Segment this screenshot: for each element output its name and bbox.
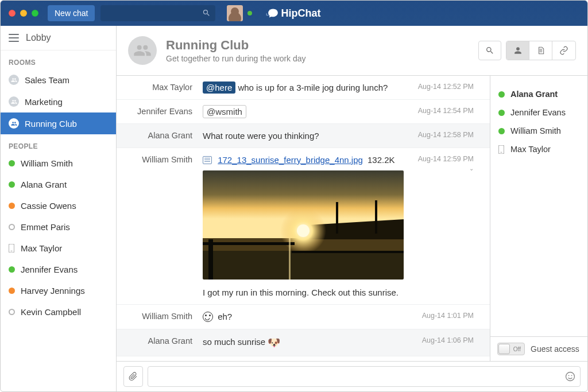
collapse-icon[interactable]: ⌄ [409, 165, 478, 172]
message-row: William Smith 172_13_sunrise_ferry_bridg… [117, 148, 490, 305]
sidebar-person-jennifer-evans[interactable]: Jennifer Evans [1, 259, 116, 280]
svg-rect-13 [208, 239, 213, 280]
participant-william-smith[interactable]: William Smith [498, 122, 579, 140]
message-author: Max Taylor [117, 83, 203, 92]
minimize-window-icon[interactable] [20, 10, 27, 17]
sidebar: Lobby ROOMS Sales Team Marketing Running… [1, 26, 117, 391]
message-row: Max Taylor @here who is up for a 3-mile … [117, 76, 490, 100]
toggle-knob [498, 344, 510, 354]
guest-access-row: Off Guest access [490, 336, 587, 361]
sidebar-person-alana-grant[interactable]: Alana Grant [1, 174, 116, 195]
sidebar-person-kevin-campbell[interactable]: Kevin Campbell [1, 301, 116, 323]
title-bar: New chat HipChat [1, 1, 587, 26]
user-avatar[interactable] [227, 5, 243, 21]
presence-dot-icon [9, 203, 15, 209]
toggle-off-label: Off [513, 346, 521, 352]
svg-rect-8 [336, 202, 338, 234]
message-list: Max Taylor @here who is up for a 3-mile … [117, 76, 490, 361]
room-title: Running Club [166, 38, 306, 53]
message-timestamp: Aug-14 12:54 PM [409, 107, 478, 115]
paperclip-icon [129, 371, 138, 382]
lobby-link[interactable]: Lobby [1, 26, 116, 51]
close-window-icon[interactable] [9, 10, 16, 17]
sidebar-item-label: Alana Grant [21, 180, 67, 189]
mobile-icon [9, 244, 15, 253]
svg-point-18 [566, 372, 575, 381]
sidebar-person-emmet-paris[interactable]: Emmet Paris [1, 216, 116, 238]
participant-max-taylor[interactable]: Max Taylor [498, 140, 579, 158]
participant-name: William Smith [510, 126, 561, 135]
message-author: William Smith [117, 155, 203, 164]
participant-alana-grant[interactable]: Alana Grant [498, 85, 579, 103]
mention-user[interactable]: @wsmith [203, 105, 246, 118]
emoji-picker-button[interactable] [564, 371, 576, 384]
mobile-icon [498, 145, 505, 154]
file-attachment-link[interactable]: 172_13_sunrise_ferry_bridge_4nn.jpg [218, 155, 363, 165]
mention-here[interactable]: @here [203, 81, 235, 94]
image-file-icon [203, 156, 212, 164]
message-row: William Smith eh? Aug-14 1:01 PM [117, 305, 490, 329]
attach-button[interactable] [123, 366, 143, 387]
svg-rect-9 [375, 200, 377, 234]
document-icon [537, 46, 545, 55]
presence-dot-icon [9, 181, 15, 188]
sidebar-person-cassie-owens[interactable]: Cassie Owens [1, 195, 116, 216]
new-chat-button[interactable]: New chat [48, 5, 95, 21]
presence-dot-icon [9, 309, 15, 315]
sidebar-room-sales-team[interactable]: Sales Team [1, 69, 116, 91]
message-author: Alana Grant [117, 131, 203, 140]
message-timestamp: Aug-14 12:59 PM [409, 155, 478, 163]
sidebar-item-label: Kevin Campbell [21, 307, 81, 317]
app-title: HipChat [281, 7, 321, 20]
chat-bubble-icon [268, 7, 279, 19]
links-toggle[interactable] [552, 41, 575, 60]
sidebar-person-max-taylor[interactable]: Max Taylor [1, 238, 116, 259]
svg-rect-4 [11, 251, 13, 251]
search-icon [485, 46, 494, 55]
sidebar-item-label: Emmet Paris [21, 222, 70, 232]
message-input[interactable] [148, 366, 581, 387]
sidebar-item-label: Cassie Owens [21, 201, 76, 211]
participant-jennifer-evans[interactable]: Jennifer Evans [498, 103, 579, 122]
sidebar-item-label: Harvey Jennings [21, 286, 85, 296]
attached-image[interactable] [203, 170, 404, 280]
people-header: PEOPLE [1, 134, 116, 153]
participant-name: Alana Grant [510, 90, 558, 99]
person-icon [514, 46, 522, 55]
lobby-label: Lobby [26, 33, 51, 43]
message-text: who is up for a 3-mile jog during lunch? [235, 83, 388, 92]
svg-point-19 [568, 375, 570, 376]
message-row: Alana Grant so much sunrise 🐶 Aug-14 1:0… [117, 329, 490, 356]
sidebar-person-harvey-jennings[interactable]: Harvey Jennings [1, 280, 116, 301]
guest-access-label: Guest access [531, 344, 579, 354]
svg-rect-15 [289, 238, 291, 280]
participants-toggle[interactable] [506, 41, 529, 60]
message-row: Alana Grant What route were you thinking… [117, 124, 490, 148]
svg-point-20 [571, 375, 572, 376]
svg-rect-14 [203, 242, 295, 245]
search-icon[interactable] [202, 9, 211, 17]
guest-access-toggle[interactable]: Off [497, 343, 525, 355]
sidebar-item-label: William Smith [21, 158, 73, 168]
doge-emoji-icon: 🐶 [268, 337, 280, 348]
search-input[interactable] [100, 5, 215, 21]
room-titles: Running Club Get together to run during … [166, 38, 306, 63]
message-content: eh? [203, 312, 409, 322]
presence-dot-icon [9, 160, 15, 166]
rooms-header: ROOMS [1, 51, 116, 69]
sidebar-room-marketing[interactable]: Marketing [1, 91, 116, 112]
svg-rect-12 [292, 251, 404, 253]
room-search-button[interactable] [478, 41, 501, 60]
message-timestamp: Aug-14 1:06 PM [409, 336, 478, 344]
sidebar-person-william-smith[interactable]: William Smith [1, 153, 116, 174]
sidebar-room-running-club[interactable]: Running Club [1, 112, 116, 134]
sidebar-item-label: Marketing [25, 97, 63, 107]
participants-list: Alana Grant Jennifer Evans William Smith… [490, 76, 587, 336]
files-toggle[interactable] [529, 41, 552, 60]
zoom-window-icon[interactable] [32, 10, 38, 17]
sidebar-item-label: Running Club [25, 119, 77, 129]
participant-name: Jennifer Evans [510, 108, 566, 117]
message-timestamp: Aug-14 1:01 PM [409, 312, 478, 320]
compose-bar [117, 361, 587, 391]
presence-dot-icon [498, 110, 505, 116]
